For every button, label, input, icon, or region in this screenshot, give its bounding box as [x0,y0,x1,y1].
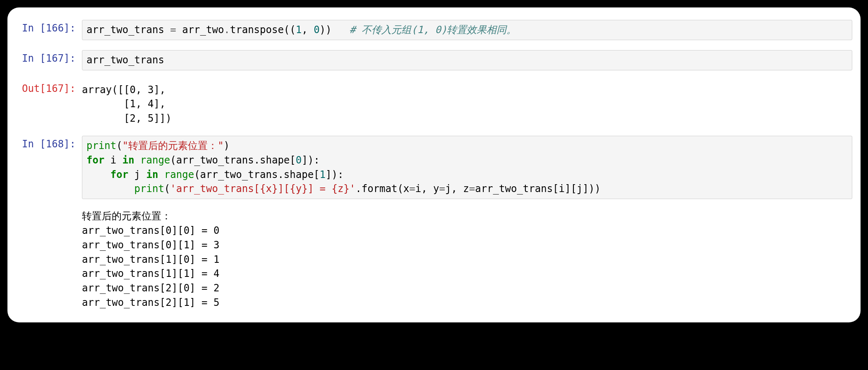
cell-body-167-out: array([[0, 3], [1, 4], [2, 5]]) [82,80,861,126]
cell-167-in: In [167]: arr_two_trans [7,50,861,70]
cell-body-168-in: print("转置后的元素位置：") for i in range(arr_tw… [82,136,861,199]
code-token: )) [320,24,332,36]
code-token: .shape[ [254,154,296,166]
code-token: 0 [296,154,302,166]
notebook: In [166]: arr_two_trans = arr_two.transp… [7,7,861,322]
code-token: (( [284,24,296,36]
code-token [86,183,134,195]
code-token: 1 [296,24,302,36]
prompt-in-166: In [166]: [7,20,82,34]
cell-166: In [166]: arr_two_trans = arr_two.transp… [7,20,861,40]
code-token: 'arr_two_trans[{x}][{y}] = {z}' [170,183,355,195]
prompt-in-167: In [167]: [7,50,82,64]
code-token: for [86,154,104,166]
code-comment: # 不传入元组(1, 0)转置效果相同。 [350,24,517,36]
code-token: in [146,169,158,180]
stdout-168: 转置后的元素位置： arr_two_trans[0][0] = 0 arr_tw… [82,209,852,310]
code-input-168[interactable]: print("转置后的元素位置：") for i in range(arr_tw… [82,136,852,199]
code-token: . [224,24,230,36]
prompt-in-168: In [168]: [7,136,82,150]
code-token: ]): [326,169,343,180]
cell-168-stdout: 转置后的元素位置： arr_two_trans[0][0] = 0 arr_tw… [7,209,861,310]
code-token: transpose [230,24,284,36]
code-token: ( [164,183,170,195]
code-token: range [158,169,194,180]
code-token: arr_two_trans [176,154,254,166]
code-token: arr_two_trans[i][j])) [475,183,600,195]
code-token: , [302,24,314,36]
code-token: in [122,154,134,166]
code-token: .format(x [355,183,409,195]
code-token: 0 [314,24,319,36]
code-token: print [134,183,164,195]
code-input-167[interactable]: arr_two_trans [82,50,852,70]
cell-168-in: In [168]: print("转置后的元素位置：") for i in ra… [7,136,861,199]
code-token: ) [224,140,230,151]
prompt-out-167: Out[167]: [7,80,82,94]
code-token: = [469,183,475,195]
code-token: i [104,154,122,166]
cell-body-166: arr_two_trans = arr_two.transpose((1, 0)… [82,20,861,40]
code-token: ( [116,140,122,151]
code-token: for [110,169,128,180]
code-token: ]): [302,154,319,166]
code-token [331,24,349,36]
code-token: print [86,140,116,151]
cell-body-167-in: arr_two_trans [82,50,861,70]
cell-body-168-stdout: 转置后的元素位置： arr_two_trans[0][0] = 0 arr_tw… [82,209,861,310]
code-token: "转置后的元素位置：" [122,140,224,151]
code-token: i, y [415,183,439,195]
code-token [86,169,110,180]
code-token: j [128,169,146,180]
code-token: ( [170,154,176,166]
output-167: array([[0, 3], [1, 4], [2, 5]]) [82,80,852,126]
code-token: = [439,183,445,195]
prompt-empty [7,209,82,211]
code-token: arr_two_trans [86,24,164,36]
code-token: arr_two_trans [86,54,164,66]
code-token: ( [194,169,200,180]
code-token: = [164,24,182,36]
code-token: arr_two_trans [200,169,278,180]
code-token: .shape[ [278,169,319,180]
code-input-166[interactable]: arr_two_trans = arr_two.transpose((1, 0)… [82,20,852,40]
code-token: range [134,154,170,166]
code-token: arr_two [182,24,224,36]
cell-167-out: Out[167]: array([[0, 3], [1, 4], [2, 5]]… [7,80,861,126]
code-token: j, z [445,183,469,195]
code-token: 1 [320,169,326,180]
code-token: = [409,183,415,195]
